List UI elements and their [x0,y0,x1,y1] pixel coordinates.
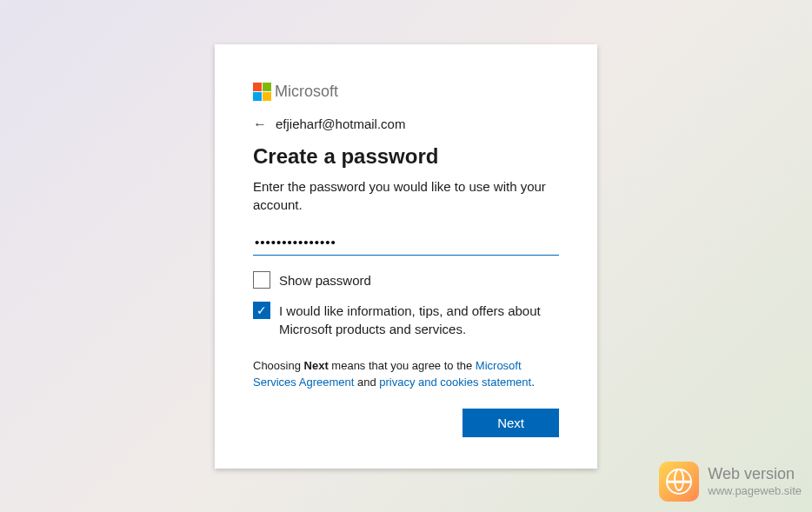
offers-label: I would like information, tips, and offe… [279,302,559,338]
account-identity-row: ← efjieharf@hotmail.com [253,116,559,132]
next-button[interactable]: Next [463,409,559,437]
password-input[interactable] [253,229,559,256]
microsoft-logo: Microsoft [253,83,559,101]
show-password-checkbox[interactable] [253,271,270,289]
account-email: efjieharf@hotmail.com [276,116,405,131]
show-password-row: Show password [253,271,559,289]
microsoft-logo-icon [253,83,271,101]
offers-checkbox[interactable]: ✓ [253,302,270,319]
globe-icon [659,462,699,502]
legal-bold-next: Next [304,359,329,372]
watermark: Web version www.pageweb.site [659,462,802,502]
legal-text: Choosing Next means that you agree to th… [253,357,559,391]
offers-row: ✓ I would like information, tips, and of… [253,302,559,338]
page-subtext: Enter the password you would like to use… [253,177,559,214]
button-row: Next [253,409,559,437]
back-arrow-icon[interactable]: ← [253,116,267,132]
page-title: Create a password [253,144,559,169]
microsoft-logo-text: Microsoft [275,83,338,101]
watermark-title: Web version [708,465,802,484]
privacy-statement-link[interactable]: privacy and cookies statement [379,376,531,389]
signup-card: Microsoft ← efjieharf@hotmail.com Create… [215,44,597,469]
show-password-label: Show password [279,271,371,289]
watermark-url: www.pageweb.site [708,484,802,498]
